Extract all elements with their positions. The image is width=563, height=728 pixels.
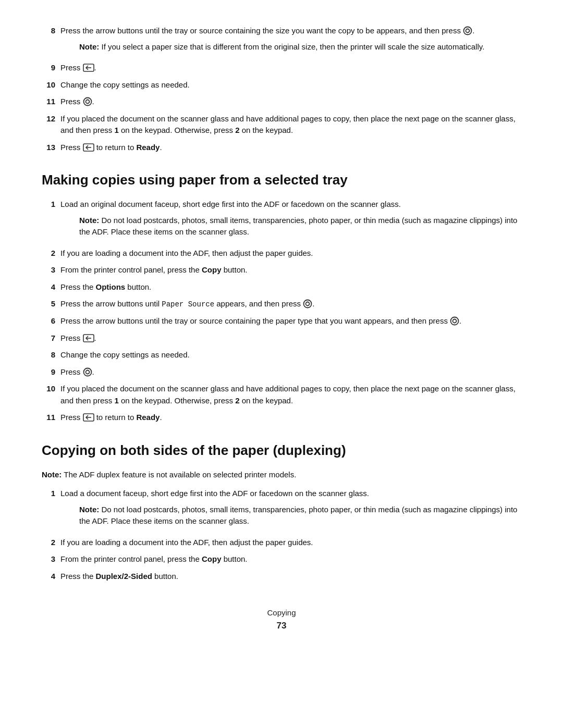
note-block-duplex-1: Note: Do not load postcards, photos, sma…: [79, 504, 521, 527]
paper-source-code: Paper Source: [162, 300, 214, 309]
tray-step-num-2: 2: [42, 248, 60, 260]
step-content-11: Press .: [60, 96, 521, 108]
duplex-step-content-1: Load a document faceup, short edge first…: [60, 488, 521, 532]
duplex-note-top: Note: The ADF duplex feature is not avai…: [42, 469, 521, 481]
svg-point-1: [466, 29, 470, 33]
tray-step-num-7: 7: [42, 332, 60, 344]
step-item-12: 12 If you placed the document on the sca…: [42, 113, 521, 137]
step-item-11: 11 Press .: [42, 96, 521, 108]
step-content-12: If you placed the document on the scanne…: [60, 113, 521, 137]
page-footer: Copying 73: [42, 607, 521, 632]
footer-label: Copying: [267, 608, 296, 617]
note-label-tray-1: Note:: [79, 216, 99, 225]
bold-2-tray: 2: [235, 396, 239, 405]
duplex-step-4: 4 Press the Duplex/2-Sided button.: [42, 571, 521, 583]
step-content-13: Press to return to Ready.: [60, 142, 521, 154]
step-content-10: Change the copy settings as needed.: [60, 79, 521, 91]
duplex-step-content-3: From the printer control panel, press th…: [60, 553, 521, 565]
tray-step-num-5: 5: [42, 298, 60, 310]
step-item-8: 8 Press the arrow buttons until the tray…: [42, 25, 521, 57]
page-content: 8 Press the arrow buttons until the tray…: [42, 25, 521, 582]
note-label-8: Note:: [79, 42, 99, 51]
footer-page-number: 73: [42, 619, 521, 633]
duplex-step-num-2: 2: [42, 537, 60, 549]
tray-step-num-9: 9: [42, 366, 60, 378]
tray-step-6: 6 Press the arrow buttons until the tray…: [42, 315, 521, 327]
back-icon-tray-11: [83, 413, 94, 422]
svg-point-15: [85, 370, 89, 374]
tray-step-1: 1 Load an original document faceup, shor…: [42, 199, 521, 242]
tray-step-content-9: Press .: [60, 366, 521, 378]
tray-step-content-10: If you placed the document on the scanne…: [60, 383, 521, 406]
svg-point-8: [304, 300, 312, 308]
note-text-duplex-top: The ADF duplex feature is not available …: [64, 470, 296, 479]
bold-1: 1: [114, 126, 118, 134]
note-block-8: Note: If you select a paper size that is…: [79, 41, 521, 53]
tray-step-content-3: From the printer control panel, press th…: [60, 264, 521, 276]
tray-step-num-3: 3: [42, 264, 60, 276]
tray-step-list: 1 Load an original document faceup, shor…: [42, 199, 521, 424]
back-icon-13: [83, 143, 94, 152]
duplex-step-content-4: Press the Duplex/2-Sided button.: [60, 571, 521, 583]
top-step-list: 8 Press the arrow buttons until the tray…: [42, 25, 521, 153]
svg-point-9: [306, 302, 310, 306]
bold-2: 2: [235, 126, 239, 134]
duplex-step-num-3: 3: [42, 553, 60, 565]
svg-point-14: [83, 368, 91, 376]
duplex-step-num-1: 1: [42, 488, 60, 500]
tray-step-7: 7 Press .: [42, 332, 521, 344]
svg-point-4: [83, 98, 91, 106]
step-num-13: 13: [42, 142, 60, 154]
svg-point-10: [451, 317, 459, 325]
note-text-8: If you select a paper size that is diffe…: [102, 42, 485, 51]
tray-step-content-7: Press .: [60, 332, 521, 344]
svg-point-5: [85, 100, 89, 104]
step-num-9: 9: [42, 62, 60, 74]
options-bold: Options: [96, 282, 126, 291]
duplex-step-1: 1 Load a document faceup, short edge fir…: [42, 488, 521, 532]
select-icon-tray-6: [450, 316, 459, 326]
tray-step-2: 2 If you are loading a document into the…: [42, 248, 521, 260]
tray-step-content-6: Press the arrow buttons until the tray o…: [60, 315, 521, 327]
tray-step-num-6: 6: [42, 315, 60, 327]
tray-step-num-1: 1: [42, 199, 60, 211]
back-icon-9: [83, 64, 94, 72]
tray-step-8: 8 Change the copy settings as needed.: [42, 349, 521, 361]
tray-step-content-11: Press to return to Ready.: [60, 412, 521, 424]
tray-step-num-4: 4: [42, 281, 60, 293]
bold-1-tray: 1: [114, 396, 118, 405]
duplex-step-3: 3 From the printer control panel, press …: [42, 553, 521, 565]
back-icon-tray-7: [83, 334, 94, 342]
note-block-tray-1: Note: Do not load postcards, photos, sma…: [79, 215, 521, 238]
duplex-bold: Duplex/2-Sided: [96, 572, 152, 581]
start-icon-tray-9: [83, 367, 92, 377]
tray-step-content-4: Press the Options button.: [60, 281, 521, 293]
note-label-duplex-1: Note:: [79, 505, 99, 514]
step-num-10: 10: [42, 79, 60, 91]
step-item-10: 10 Change the copy settings as needed.: [42, 79, 521, 91]
step-item-13: 13 Press to return to Ready.: [42, 142, 521, 154]
ready-label-tray-11: Ready: [136, 413, 160, 422]
step-content-8: Press the arrow buttons until the tray o…: [60, 25, 521, 57]
tray-step-num-11: 11: [42, 412, 60, 424]
step-content-9: Press .: [60, 62, 521, 74]
select-icon-tray-5: [303, 299, 312, 309]
step-num-8: 8: [42, 25, 60, 37]
tray-step-10: 10 If you placed the document on the sca…: [42, 383, 521, 406]
tray-step-9: 9 Press .: [42, 366, 521, 378]
duplex-step-num-4: 4: [42, 571, 60, 583]
duplex-step-content-2: If you are loading a document into the A…: [60, 537, 521, 549]
tray-step-num-10: 10: [42, 383, 60, 395]
duplex-step-list: 1 Load a document faceup, short edge fir…: [42, 488, 521, 582]
tray-step-content-1: Load an original document faceup, short …: [60, 199, 521, 242]
start-icon-11: [83, 97, 92, 106]
tray-step-content-5: Press the arrow buttons until Paper Sour…: [60, 298, 521, 310]
section-heading-duplex: Copying on both sides of the paper (dupl…: [42, 440, 521, 461]
step-item-9: 9 Press .: [42, 62, 521, 74]
svg-point-11: [453, 319, 457, 323]
step-num-12: 12: [42, 113, 60, 125]
tray-step-num-8: 8: [42, 349, 60, 361]
section-heading-tray: Making copies using paper from a selecte…: [42, 170, 521, 190]
tray-step-content-2: If you are loading a document into the A…: [60, 248, 521, 260]
copy-bold: Copy: [202, 265, 222, 274]
